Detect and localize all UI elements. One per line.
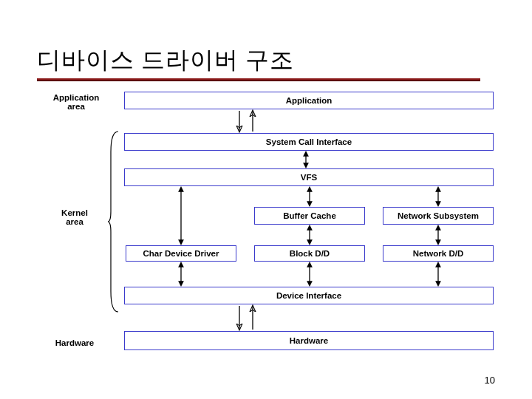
title-underline	[37, 78, 480, 81]
page-number: 10	[485, 375, 495, 386]
architecture-diagram: Application area Kernel area Hardware Ap…	[52, 89, 495, 362]
connectors	[52, 89, 495, 362]
slide-title: 디바이스 드라이버 구조	[37, 44, 294, 77]
